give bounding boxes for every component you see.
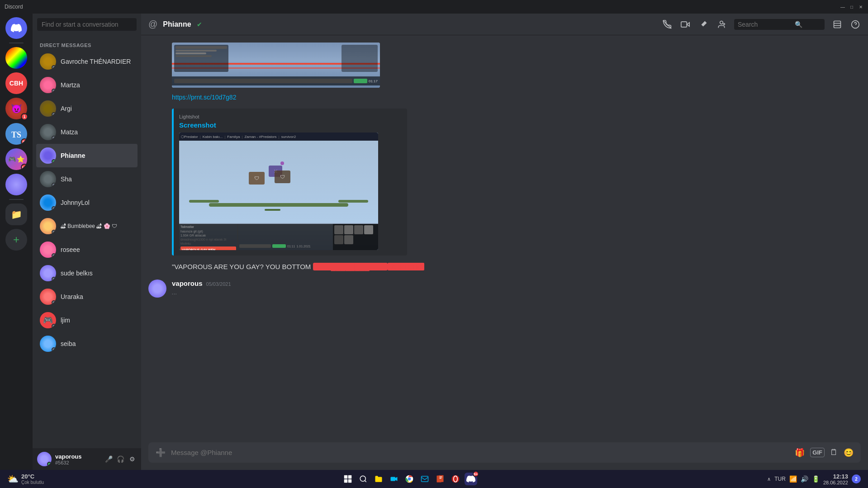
dm-avatar-gavroche — [40, 53, 56, 70]
status-offline — [52, 112, 56, 117]
svg-marker-15 — [395, 477, 398, 481]
taskbar-chrome-button[interactable] — [403, 473, 416, 485]
video-button[interactable] — [680, 19, 691, 30]
minimize-button[interactable]: — — [840, 4, 845, 9]
dm-item-matza[interactable]: Matza — [36, 120, 138, 144]
gift-icon[interactable]: 🎁 — [795, 448, 805, 458]
mute-button[interactable]: 🎤 — [104, 455, 113, 464]
dm-name-martza: Martza — [61, 81, 80, 89]
svg-rect-10 — [348, 475, 351, 479]
dm-item-bumblebee[interactable]: 🏕 Bumblebee 🏕 🌸 🛡 — [36, 214, 138, 238]
dm-item-sha[interactable]: Sha — [36, 167, 138, 191]
top-screenshot-image: 01:17 — [172, 43, 380, 88]
server-icon-ts[interactable]: 29 — [5, 123, 27, 145]
vaporous-message-text: ... — [172, 288, 861, 297]
weather-info: 20°C Çok bulutlu — [21, 473, 44, 485]
dm-name-sude: sude belkıs — [61, 270, 93, 277]
dm-avatar-matza — [40, 124, 56, 140]
dm-avatar-ljim: 🎮 — [40, 312, 56, 328]
community-badge: 1k+ — [21, 164, 27, 170]
dm-item-martza[interactable]: Martza — [36, 73, 138, 97]
sticker-icon[interactable]: 🗒 — [830, 448, 838, 457]
add-server-button[interactable]: + — [5, 229, 27, 251]
server-icon-red[interactable]: 😈 1 — [5, 98, 27, 119]
svg-rect-22 — [439, 478, 441, 479]
dm-item-seiba[interactable]: seiba — [36, 332, 138, 355]
chat-search-input[interactable] — [738, 21, 792, 28]
screenshot-link[interactable]: https://prnt.sc/10d7g82 — [172, 94, 236, 101]
censored-message: "VAPOROUS ARE YOU GAY? YOU BOTTOM ██████… — [172, 263, 861, 270]
server-divider-2 — [9, 199, 24, 200]
server-icon-community[interactable]: 🎮⭐ 1k+ — [5, 148, 27, 170]
censored-block: ████████ — [313, 263, 388, 270]
dm-avatar-argi — [40, 100, 56, 117]
emoji-icon[interactable]: 😊 — [844, 448, 854, 458]
start-button[interactable] — [342, 473, 354, 485]
system-tray-expand[interactable]: ∧ — [767, 476, 771, 482]
censored-text-after: A BITCH!" — [388, 263, 424, 270]
pin-button[interactable] — [698, 19, 709, 30]
discord-home-button[interactable] — [5, 17, 27, 39]
help-button[interactable] — [850, 19, 861, 30]
server-icon-cbh[interactable]: CBH — [5, 72, 27, 94]
dm-name-roseee: roseee — [61, 246, 80, 253]
taskbar-files-button[interactable] — [372, 473, 385, 485]
dm-name-ljim: ljim — [61, 317, 70, 324]
call-button[interactable] — [662, 19, 673, 30]
taskbar-meet-button[interactable] — [388, 473, 400, 485]
notification-center-badge[interactable]: 2 — [852, 474, 861, 483]
dm-item-sude[interactable]: sude belkıs — [36, 261, 138, 285]
taskbar-center: 9+ — [342, 473, 477, 485]
status-online — [47, 462, 52, 466]
chat-search-box: 🔍 — [734, 19, 825, 30]
embed-title[interactable]: Screenshot — [179, 121, 402, 129]
server-icon-rainbow[interactable] — [5, 47, 27, 69]
server-sidebar: CBH 😈 1 29 🎮⭐ 1k+ 📁 + — [0, 14, 33, 470]
taskbar-mail-button[interactable] — [418, 473, 431, 485]
dm-name-phianne: Phianne — [61, 152, 85, 159]
chat-area: @ Phianne ✔ — [141, 14, 868, 470]
close-button[interactable]: ✕ — [858, 4, 863, 9]
add-attachment-icon[interactable]: ➕ — [156, 448, 166, 458]
dm-name-gavroche: Gavroche THÉNARDIER — [61, 58, 131, 65]
dm-avatar-roseee — [40, 242, 56, 258]
deafen-button[interactable]: 🎧 — [116, 455, 125, 464]
dm-item-johnnylol[interactable]: JohnnyLol — [36, 191, 138, 214]
maximize-button[interactable]: □ — [849, 4, 854, 9]
svg-point-13 — [360, 476, 365, 481]
dm-item-uraraka[interactable]: Uraraka — [36, 285, 138, 308]
svg-point-17 — [408, 478, 411, 481]
dm-item-argi[interactable]: Argi — [36, 97, 138, 120]
taskbar-left: ⛅ 20°C Çok bulutlu — [7, 473, 51, 485]
chat-header: @ Phianne ✔ — [141, 14, 868, 35]
taskbar-search-button[interactable] — [357, 473, 370, 485]
svg-marker-1 — [687, 22, 689, 26]
add-friend-button[interactable] — [716, 19, 727, 30]
inbox-button[interactable] — [832, 19, 843, 30]
message-input-area: ➕ 🎁 GIF 🗒 😊 — [141, 442, 868, 470]
server-icon-user[interactable] — [5, 174, 27, 195]
message-input[interactable] — [171, 442, 789, 463]
dm-item-gavroche[interactable]: Gavroche THÉNARDIER — [36, 50, 138, 73]
status-offline — [52, 347, 56, 352]
taskbar-opera-button[interactable] — [449, 473, 462, 485]
dm-name-sha: Sha — [61, 175, 72, 183]
dm-name-argi: Argi — [61, 105, 72, 112]
dm-item-ljim[interactable]: 🎮 ljim — [36, 308, 138, 332]
taskbar-ppt-button[interactable] — [434, 473, 446, 485]
gif-icon[interactable]: GIF — [810, 448, 825, 457]
dm-item-phianne[interactable]: Phianne — [36, 144, 138, 167]
sound-icon: 🔊 — [801, 475, 808, 483]
discord-notification-badge: 9+ — [473, 471, 479, 477]
time-display: 12:13 28.06.2022 — [823, 473, 848, 485]
at-icon: @ — [148, 19, 157, 29]
dm-avatar-phianne — [40, 147, 56, 164]
link-message: https://prnt.sc/10d7g82 — [172, 93, 861, 101]
settings-button[interactable]: ⚙ — [128, 455, 137, 464]
dm-item-roseee[interactable]: roseee — [36, 238, 138, 261]
dm-search-input[interactable] — [37, 18, 137, 31]
time-clock: 12:13 — [823, 473, 848, 480]
server-icon-folder[interactable]: 📁 — [5, 204, 27, 225]
taskbar-discord-button[interactable]: 9+ — [465, 473, 477, 485]
svg-point-3 — [720, 21, 723, 24]
